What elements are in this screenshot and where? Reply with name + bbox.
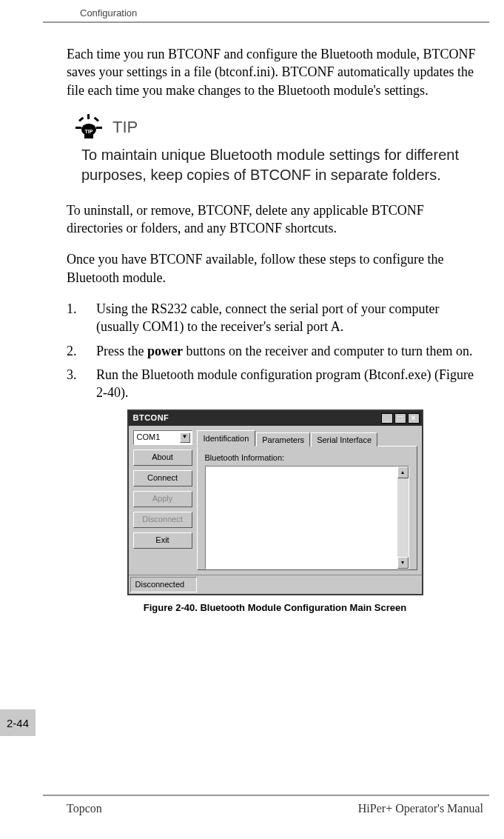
sidebar: COM1 ▼ About Connect Apply Disconnect Ex…	[133, 430, 192, 571]
figure-caption: Figure 2-40. Bluetooth Module Configurat…	[144, 601, 406, 615]
svg-rect-2	[78, 117, 84, 122]
svg-rect-4	[87, 114, 90, 119]
chevron-down-icon[interactable]: ▼	[180, 432, 190, 443]
page-content: Each time you run BTCONF and configure t…	[0, 23, 504, 615]
exit-button[interactable]: Exit	[133, 532, 192, 549]
step-3: 3. Run the Bluetooth module configuratio…	[67, 366, 483, 402]
info-text-content[interactable]	[205, 466, 397, 569]
step-text: Using the RS232 cable, connect the seria…	[96, 301, 439, 334]
svg-rect-6	[84, 134, 93, 138]
step-text-a: Press the	[96, 344, 147, 358]
page-number-tab: 2-44	[0, 709, 36, 736]
svg-rect-0	[75, 127, 81, 129]
title-bar[interactable]: BTCONF _ □ ×	[129, 411, 422, 426]
tip-header: TIP TIP	[74, 113, 483, 142]
tabs: Identification Parameters Serial Interfa…	[197, 430, 417, 447]
tip-label: TIP	[112, 116, 138, 138]
scrollbar[interactable]: ▴ ▾	[397, 466, 409, 569]
minimize-button[interactable]: _	[381, 413, 393, 424]
footer-divider	[43, 795, 489, 796]
steps-list: 1. Using the RS232 cable, connect the se…	[67, 300, 483, 401]
com-port-select[interactable]: COM1 ▼	[133, 430, 192, 445]
step-1: 1. Using the RS232 cable, connect the se…	[67, 300, 483, 336]
close-button[interactable]: ×	[408, 413, 420, 424]
main-panel: Identification Parameters Serial Interfa…	[197, 430, 417, 571]
about-button[interactable]: About	[133, 449, 192, 466]
info-textarea: ▴ ▾	[205, 466, 409, 569]
combo-value: COM1	[137, 432, 161, 443]
svg-text:TIP: TIP	[85, 129, 93, 134]
maximize-button[interactable]: □	[394, 413, 406, 424]
status-bar: Disconnected	[129, 575, 422, 594]
tab-serial-interface[interactable]: Serial Interface	[311, 432, 377, 447]
step-text: Run the Bluetooth module configuration p…	[96, 367, 474, 400]
tip-icon: TIP	[74, 113, 104, 142]
svg-rect-3	[94, 117, 99, 122]
paragraph-3: Once you have BTCONF available, follow t…	[67, 250, 483, 287]
step-text-b: buttons on the receiver and computer to …	[183, 344, 472, 358]
figure: BTCONF _ □ × COM1 ▼ About Connect Apply …	[67, 410, 483, 615]
step-2: 2. Press the power buttons on the receiv…	[67, 342, 483, 360]
tab-identification[interactable]: Identification	[197, 430, 256, 447]
step-number: 1.	[67, 300, 77, 318]
header-section-label: Configuration	[0, 0, 504, 21]
tip-block: TIP TIP To maintain unique Bluetooth mod…	[74, 113, 483, 185]
disconnect-button[interactable]: Disconnect	[133, 512, 192, 528]
footer-right: HiPer+ Operator's Manual	[358, 802, 483, 815]
paragraph-2: To uninstall, or remove, BTCONF, delete …	[67, 201, 483, 238]
tab-parameters[interactable]: Parameters	[256, 432, 310, 447]
status-text: Disconnected	[130, 577, 197, 592]
tip-text: To maintain unique Bluetooth module sett…	[81, 145, 483, 185]
apply-button[interactable]: Apply	[133, 491, 192, 507]
btconf-window: BTCONF _ □ × COM1 ▼ About Connect Apply …	[127, 410, 423, 596]
tab-panel: Bluetooth Information: ▴ ▾	[197, 446, 417, 570]
window-body: COM1 ▼ About Connect Apply Disconnect Ex…	[129, 426, 422, 575]
step-text-bold: power	[147, 344, 183, 358]
scroll-up-icon[interactable]: ▴	[397, 467, 409, 478]
scroll-down-icon[interactable]: ▾	[397, 557, 409, 569]
page-footer: Topcon HiPer+ Operator's Manual	[67, 802, 483, 815]
svg-rect-1	[96, 127, 102, 129]
panel-label: Bluetooth Information:	[205, 452, 409, 464]
step-number: 2.	[67, 342, 77, 360]
connect-button[interactable]: Connect	[133, 470, 192, 487]
step-number: 3.	[67, 366, 77, 384]
paragraph-1: Each time you run BTCONF and configure t…	[67, 45, 483, 99]
footer-left: Topcon	[67, 802, 102, 815]
window-title: BTCONF	[133, 412, 169, 424]
window-controls: _ □ ×	[381, 413, 420, 424]
